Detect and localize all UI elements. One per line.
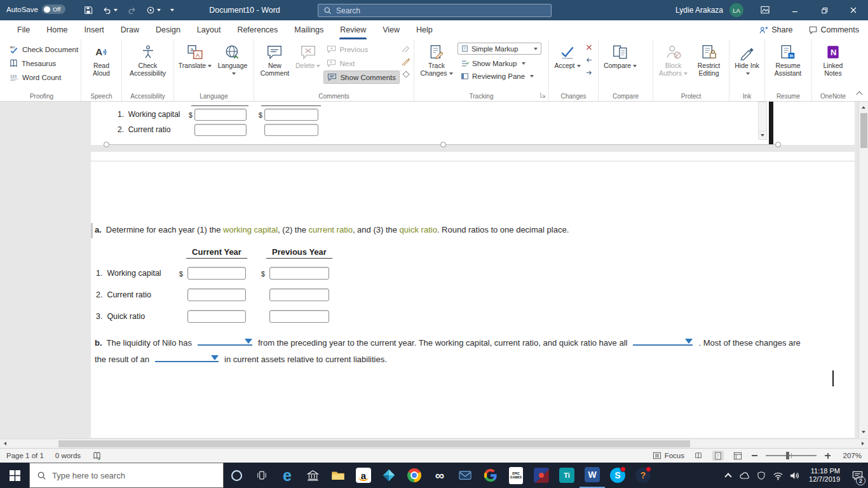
- cortana-button[interactable]: [224, 463, 249, 488]
- network-tray-icon[interactable]: [770, 463, 786, 488]
- user-name[interactable]: Lydie Arakaza: [675, 6, 723, 15]
- clipped-current-ratio-previous-input[interactable]: [264, 124, 318, 136]
- result-of-dropdown[interactable]: [155, 355, 219, 362]
- autosave-toggle[interactable]: AutoSave Off: [6, 4, 65, 14]
- working-capital-previous-input[interactable]: [269, 267, 329, 280]
- object-scrollbar-down-button[interactable]: [759, 131, 766, 139]
- tab-home[interactable]: Home: [38, 20, 76, 39]
- autosave-pill[interactable]: Off: [42, 4, 66, 14]
- compare-button[interactable]: Compare: [602, 41, 639, 71]
- horizontal-scrollbar-thumb[interactable]: [58, 440, 690, 447]
- reviewing-pane-button[interactable]: Reviewing Pane: [458, 70, 544, 82]
- onedrive-tray-icon[interactable]: [736, 463, 753, 488]
- translate-button[interactable]: aA Translate: [177, 41, 213, 71]
- current-ratio-previous-input[interactable]: [269, 288, 329, 301]
- zoom-level[interactable]: 207%: [839, 452, 862, 459]
- term-working-capital[interactable]: working capital: [223, 225, 278, 234]
- scroll-right-button[interactable]: [858, 439, 867, 448]
- selection-handle-middle[interactable]: [440, 142, 446, 147]
- display-for-review-select[interactable]: Simple Markup: [458, 43, 541, 55]
- quick-ratio-current-input[interactable]: [187, 310, 246, 323]
- next-change-icon[interactable]: [585, 69, 593, 79]
- zoom-slider-thumb[interactable]: [786, 452, 789, 459]
- print-layout-button[interactable]: [712, 451, 724, 461]
- block-authors-button[interactable]: Block Authors: [656, 41, 690, 78]
- pencil-icon[interactable]: [402, 57, 410, 67]
- vertical-scrollbar[interactable]: [858, 102, 868, 438]
- word-taskbar-button[interactable]: W: [580, 463, 605, 488]
- amazon-button[interactable]: a: [351, 463, 376, 488]
- clipped-current-ratio-current-input[interactable]: [194, 124, 247, 136]
- read-aloud-button[interactable]: A Read Aloud: [85, 41, 118, 78]
- taskbar-search[interactable]: [29, 463, 224, 488]
- current-ratio-current-input[interactable]: [187, 288, 246, 301]
- tab-draw[interactable]: Draw: [112, 20, 147, 39]
- minimize-button[interactable]: [780, 0, 810, 20]
- google-button[interactable]: [478, 463, 503, 488]
- game-launcher-button[interactable]: [376, 463, 402, 488]
- object-scrollbar[interactable]: [758, 102, 767, 140]
- scroll-left-button[interactable]: [1, 439, 10, 448]
- delete-comment-button[interactable]: Delete: [294, 41, 322, 71]
- titlebar-search[interactable]: [318, 4, 552, 17]
- linked-notes-button[interactable]: N Linked Notes: [815, 41, 851, 78]
- close-button[interactable]: [839, 0, 868, 20]
- term-current-ratio[interactable]: current ratio: [309, 225, 353, 234]
- ink-pen-icon[interactable]: [402, 43, 410, 54]
- read-mode-button[interactable]: [693, 451, 704, 461]
- horizontal-scrollbar[interactable]: [0, 438, 868, 448]
- tab-insert[interactable]: Insert: [76, 20, 112, 39]
- clipped-working-capital-current-input[interactable]: [194, 109, 247, 121]
- selection-handle-right[interactable]: [775, 142, 781, 147]
- resume-assistant-button[interactable]: in Resume Assistant: [768, 41, 808, 78]
- tab-references[interactable]: References: [229, 20, 286, 39]
- restrict-editing-button[interactable]: Restrict Editing: [692, 41, 726, 78]
- show-hidden-icons-button[interactable]: [720, 463, 736, 488]
- vertical-scrollbar-thumb[interactable]: [860, 113, 867, 148]
- liquidity-change-dropdown[interactable]: [198, 338, 252, 346]
- titlebar-search-input[interactable]: [336, 6, 546, 15]
- scroll-down-button[interactable]: [859, 428, 868, 437]
- check-document-button[interactable]: abc Check Document: [6, 43, 81, 56]
- skype-button[interactable]: S: [605, 463, 630, 488]
- comments-panel-button[interactable]: Comments: [808, 25, 859, 34]
- undo-button[interactable]: [102, 6, 118, 15]
- tab-mailings[interactable]: Mailings: [286, 20, 332, 39]
- page-indicator[interactable]: Page 1 of 1: [6, 452, 44, 459]
- quick-ratio-previous-input[interactable]: [269, 310, 329, 323]
- security-tray-icon[interactable]: [753, 463, 770, 488]
- help-app-button[interactable]: ?: [630, 463, 656, 488]
- new-comment-button[interactable]: New Comment: [257, 41, 292, 78]
- clipped-working-capital-previous-input[interactable]: [264, 109, 318, 121]
- tab-view[interactable]: View: [374, 20, 408, 39]
- save-button[interactable]: [84, 6, 93, 15]
- zoom-in-button[interactable]: [825, 453, 831, 459]
- touch-mouse-mode-button[interactable]: [146, 6, 161, 15]
- tab-layout[interactable]: Layout: [189, 20, 229, 39]
- ratios-change-dropdown[interactable]: [633, 338, 693, 346]
- zoom-out-button[interactable]: [752, 455, 757, 456]
- banking-app-button[interactable]: [300, 463, 325, 488]
- diamond-icon[interactable]: [402, 70, 410, 81]
- start-button[interactable]: [0, 463, 29, 488]
- show-markup-button[interactable]: Show Markup: [458, 57, 544, 69]
- show-comments-button[interactable]: Show Comments: [323, 71, 400, 84]
- next-comment-button[interactable]: Next: [323, 57, 400, 70]
- thesaurus-button[interactable]: Thesaurus: [6, 57, 81, 70]
- hide-ink-button[interactable]: Hide Ink: [733, 41, 761, 78]
- previous-change-icon[interactable]: [585, 56, 593, 66]
- term-quick-ratio[interactable]: quick ratio: [400, 225, 437, 234]
- redo-button[interactable]: [127, 6, 137, 15]
- chrome-button[interactable]: [402, 463, 427, 488]
- collapse-ribbon-button[interactable]: [857, 90, 862, 98]
- tab-file[interactable]: File: [9, 20, 38, 39]
- tab-review[interactable]: Review: [332, 20, 374, 39]
- word-count-button[interactable]: 123 Word Count: [6, 71, 81, 84]
- infinity-app-button[interactable]: ∞: [427, 463, 452, 488]
- scroll-up-button[interactable]: [859, 103, 868, 112]
- edge-button[interactable]: e: [275, 463, 300, 488]
- accept-button[interactable]: Accept: [552, 41, 583, 71]
- working-capital-current-input[interactable]: [187, 267, 246, 280]
- language-button[interactable]: Language: [215, 41, 250, 78]
- volume-tray-icon[interactable]: [786, 463, 803, 488]
